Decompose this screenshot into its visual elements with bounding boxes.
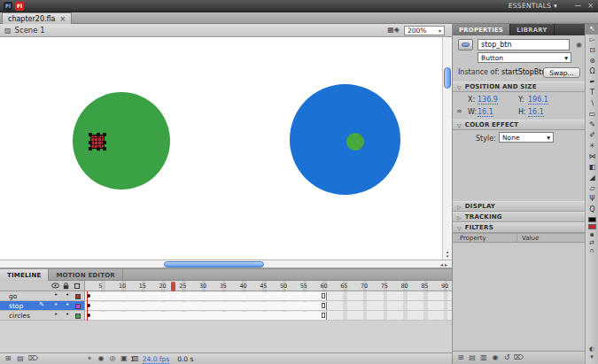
frame-number-15[interactable]: 15 bbox=[139, 283, 146, 290]
edit-scene-icon[interactable]: ▦ bbox=[387, 26, 394, 34]
section-position-and-size[interactable]: ▽ POSITION AND SIZE bbox=[453, 81, 585, 92]
scroll-arrows[interactable]: ◂▸ bbox=[440, 261, 449, 267]
paint-bucket-tool[interactable]: ◧ bbox=[586, 162, 598, 173]
hand-tool[interactable]: Ψ bbox=[586, 194, 598, 205]
fill-color-swatch[interactable] bbox=[588, 224, 596, 229]
frame-rate-value[interactable]: 24.0 fps bbox=[143, 355, 169, 364]
pen-tool[interactable]: ✒ bbox=[586, 77, 598, 88]
line-tool[interactable]: ∖ bbox=[586, 98, 598, 109]
3d-rotation-tool[interactable]: ⊛ bbox=[586, 56, 598, 66]
center-frame-icon[interactable]: ⌖ bbox=[85, 354, 94, 363]
layer-visibility-dot[interactable]: • bbox=[54, 301, 58, 308]
tab-motion-editor[interactable]: MOTION EDITOR bbox=[49, 269, 122, 281]
layer-visibility-dot[interactable]: • bbox=[54, 291, 58, 298]
enable-filter-icon[interactable]: ◉ bbox=[491, 353, 500, 362]
edit-symbols-icon[interactable]: ◈ bbox=[394, 26, 400, 34]
selection-handle[interactable] bbox=[97, 147, 100, 151]
onion-skin-outlines-icon[interactable]: ◎ bbox=[108, 354, 117, 363]
frame-number-70[interactable]: 70 bbox=[361, 283, 368, 290]
frame-number-30[interactable]: 30 bbox=[199, 283, 206, 290]
tab-properties[interactable]: PROPERTIES bbox=[453, 24, 510, 35]
w-value[interactable]: 16.1 bbox=[478, 108, 493, 117]
layer-go[interactable]: go•• bbox=[0, 291, 85, 301]
blue-circle[interactable] bbox=[290, 84, 400, 195]
scroll-arrows[interactable]: ▴▾ bbox=[443, 250, 452, 259]
horizontal-scrollbar-thumb[interactable] bbox=[164, 261, 264, 267]
layer-lock-dot[interactable]: • bbox=[66, 311, 69, 318]
free-transform-tool[interactable]: ⊡ bbox=[586, 45, 598, 56]
zoom-level-field[interactable]: 200% ▾ bbox=[404, 26, 445, 35]
selection-handle[interactable] bbox=[97, 133, 100, 136]
frames-row-circles[interactable] bbox=[85, 311, 452, 321]
swap-colors-icon[interactable]: ⇄ bbox=[586, 239, 598, 247]
frame-span[interactable] bbox=[85, 312, 327, 320]
instance-name-input[interactable] bbox=[478, 39, 570, 50]
delete-layer-icon[interactable]: ⌦ bbox=[28, 354, 37, 363]
eyedropper-tool[interactable]: ◢ bbox=[586, 173, 598, 183]
h-value[interactable]: 16.1 bbox=[528, 108, 544, 117]
layer-outline-color-swatch[interactable] bbox=[75, 294, 81, 299]
frame-span[interactable] bbox=[85, 292, 327, 300]
frames-row-go[interactable] bbox=[85, 291, 452, 301]
tab-timeline[interactable]: TIMELINE bbox=[0, 269, 49, 281]
close-button[interactable]: × bbox=[587, 2, 594, 10]
snap-magnet-icon[interactable]: ∩ bbox=[586, 247, 598, 255]
frame-number-25[interactable]: 25 bbox=[179, 283, 186, 290]
bone-tool[interactable]: ⋈ bbox=[586, 151, 598, 162]
layer-outline-color-swatch[interactable] bbox=[75, 314, 81, 319]
frame-number-75[interactable]: 75 bbox=[381, 283, 388, 290]
frame-number-50[interactable]: 50 bbox=[280, 283, 287, 290]
playhead[interactable] bbox=[171, 282, 175, 291]
small-green-circle[interactable] bbox=[346, 133, 364, 151]
text-tool[interactable]: T bbox=[586, 88, 598, 98]
lock-icon[interactable] bbox=[63, 283, 69, 291]
frame-span[interactable] bbox=[85, 302, 327, 310]
layer-name[interactable]: go bbox=[9, 292, 17, 300]
stroke-color-swatch[interactable] bbox=[588, 217, 596, 222]
x-value[interactable]: 136.9 bbox=[478, 96, 498, 105]
tool-options-icon-2[interactable]: ▾ bbox=[586, 353, 598, 361]
layer-circles[interactable]: circles•• bbox=[0, 311, 85, 321]
frame-number-45[interactable]: 45 bbox=[260, 283, 267, 290]
layer-lock-dot[interactable]: • bbox=[66, 291, 69, 298]
section-filters[interactable]: ▽ FILTERS bbox=[453, 222, 585, 233]
section-color-effect[interactable]: ▽ COLOR EFFECT bbox=[453, 120, 585, 130]
minimize-button[interactable]: — bbox=[574, 2, 581, 10]
frame-number-85[interactable]: 85 bbox=[421, 283, 428, 290]
y-value[interactable]: 196.1 bbox=[528, 96, 548, 105]
selection-handle[interactable] bbox=[89, 147, 92, 151]
frame-number-35[interactable]: 35 bbox=[220, 283, 227, 290]
subselection-tool[interactable]: ▻ bbox=[586, 35, 598, 45]
layer-stop[interactable]: stop✎•• bbox=[0, 301, 85, 311]
frame-number-80[interactable]: 80 bbox=[400, 283, 408, 290]
new-layer-icon[interactable]: ⊞ bbox=[4, 354, 12, 363]
selection-handle[interactable] bbox=[103, 147, 106, 151]
symbol-type-dropdown[interactable]: Button ▾ bbox=[478, 52, 571, 63]
rectangle-tool[interactable]: ▭ bbox=[586, 109, 598, 120]
reset-filter-icon[interactable]: ↺ bbox=[502, 353, 511, 362]
workspace-switcher[interactable]: ESSENTIALS ▾ bbox=[509, 2, 557, 10]
selection-handle[interactable] bbox=[89, 133, 92, 136]
layer-name[interactable]: stop bbox=[9, 302, 23, 310]
layer-lock-dot[interactable]: • bbox=[66, 301, 69, 308]
onion-skin-icon[interactable]: ◉ bbox=[97, 354, 105, 363]
frame-number-90[interactable]: 90 bbox=[441, 283, 448, 290]
green-circle[interactable] bbox=[73, 92, 170, 190]
lasso-tool[interactable]: Ω bbox=[586, 66, 598, 77]
eraser-tool[interactable]: ▱ bbox=[586, 183, 598, 194]
eye-icon[interactable] bbox=[51, 283, 59, 290]
frames-grid[interactable] bbox=[85, 291, 452, 321]
document-tab[interactable]: chapter20.fla × bbox=[2, 12, 72, 24]
section-display[interactable]: ▷ DISPLAY bbox=[453, 201, 585, 212]
stage-canvas[interactable] bbox=[0, 37, 442, 259]
filters-list-empty[interactable] bbox=[453, 244, 585, 350]
selected-button-instance[interactable] bbox=[90, 135, 105, 149]
frame-number-65[interactable]: 65 bbox=[340, 283, 347, 290]
presets-icon[interactable]: ▤ bbox=[468, 353, 477, 362]
tool-options-icon-1[interactable]: ◐ bbox=[586, 345, 598, 353]
frame-number-40[interactable]: 40 bbox=[239, 283, 246, 290]
deco-tool[interactable]: ✳ bbox=[586, 141, 598, 151]
frames-row-stop[interactable] bbox=[85, 301, 452, 311]
delete-filter-icon[interactable]: ⌦ bbox=[514, 353, 523, 362]
black-white-icon[interactable]: ▪ bbox=[586, 231, 598, 239]
